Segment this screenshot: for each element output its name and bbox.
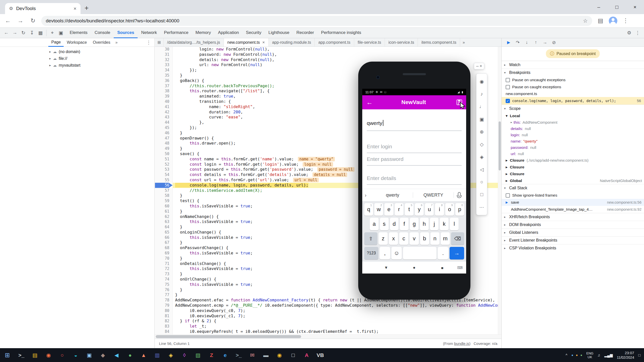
line-number[interactable]: 48 [155, 141, 173, 146]
step-out-button[interactable]: ↑ [531, 40, 540, 45]
key-v[interactable]: v [410, 232, 419, 245]
file-tab-close-icon[interactable]: × [262, 40, 265, 45]
window-maximize-button[interactable]: □ [608, 0, 626, 14]
key-u[interactable]: 7u [425, 203, 434, 216]
section-csp-violation-breakpoints[interactable]: ▸CSP Violation Breakpoints [502, 244, 644, 252]
side-panel-icon[interactable]: ▤ [596, 17, 605, 24]
call-stack-frame-addnewcomponent-template-image-tap-4-listener[interactable]: AddNewComponent_Template_Image_tap_4_lis… [502, 206, 644, 213]
camera-icon[interactable]: ▣ [476, 113, 487, 125]
editor-horizontal-scrollbar[interactable] [155, 334, 501, 339]
file-tab-data-data-org-ts-helpers-js[interactable]: /data/data/org..../ts_helpers.js [164, 38, 224, 47]
line-number[interactable]: 42 [155, 110, 173, 115]
code-text[interactable]: AddNewComponent.ecmp = /*@__PURE__*/ i0.… [173, 303, 501, 308]
taskbar-icon-terminal[interactable]: >_ [15, 348, 28, 362]
rotate-left-icon[interactable]: ◇ [476, 138, 487, 151]
code-text[interactable]: i0.eeviewQuery(_c1, 7); [173, 313, 501, 319]
navigator-menu-kebab-icon[interactable]: ⋮ [146, 40, 151, 45]
key-w[interactable]: 2w [374, 203, 383, 216]
line-number[interactable]: 31 [155, 52, 173, 57]
line-number[interactable]: 41 [155, 104, 173, 110]
code-text[interactable]: i0.eeviewQuery(_c0, 7); [173, 308, 501, 313]
scope-group-closure[interactable]: ▸Closure [502, 164, 644, 170]
taskbar-icon-telegram[interactable]: ◀ [110, 348, 123, 362]
section-call-stack[interactable]: ▾Call Stack [502, 184, 644, 192]
taskbar-icon-vlc[interactable]: ▲ [137, 348, 150, 362]
navigator-tab-page[interactable]: Page [48, 38, 64, 47]
taskbar-icon-gmail[interactable]: ✉ [246, 348, 259, 362]
taskbar-icon-powershell[interactable]: >_ [232, 348, 246, 362]
line-number[interactable]: 63 [155, 219, 173, 224]
tree-arrow-icon[interactable]: ▸ [49, 50, 51, 54]
line-number[interactable]: 83 [155, 324, 173, 329]
line-number[interactable]: 44 [155, 120, 173, 125]
history-back-icon[interactable]: ← [2, 30, 11, 36]
step-into-button[interactable]: ↓ [522, 40, 531, 45]
browser-forward-icon[interactable]: → [16, 17, 25, 24]
url-text[interactable]: devtools://devtools/bundled/inspector.ht… [46, 18, 580, 24]
checkbox[interactable] [506, 78, 510, 82]
phone-emulator-window[interactable]: 11:07 ⚙ ✉ □ ◢ ▮ ← NewVault qwerty Enter … [358, 62, 470, 300]
line-number[interactable]: 67 [155, 240, 173, 245]
section-xhr-fetch-breakpoints[interactable]: ▸XHR/fetch Breakpoints [502, 213, 644, 221]
taskbar-icon-folder[interactable]: ▣ [83, 348, 96, 362]
more-icon[interactable]: ⋯ [476, 201, 487, 213]
pause-on-uncaught-exceptions[interactable]: Pause on uncaught exceptions [502, 76, 644, 83]
nav-recents-icon[interactable]: □ [476, 188, 487, 201]
zoom-icon[interactable]: ⊕ [476, 125, 487, 138]
line-number[interactable]: 73 [155, 272, 173, 277]
line-number[interactable]: 64 [155, 224, 173, 230]
key-b[interactable]: b [420, 232, 429, 245]
key-m[interactable]: m [441, 232, 450, 245]
line-number[interactable]: 49 [155, 146, 173, 151]
key-x[interactable]: x [389, 232, 398, 245]
line-number[interactable]: 60 [155, 204, 173, 209]
line-number[interactable]: 71 [155, 261, 173, 266]
tray-icon-orange[interactable]: ● [576, 353, 578, 357]
more-file-tabs-icon[interactable]: » [460, 38, 467, 47]
section-watch[interactable]: ▸Watch [502, 61, 644, 69]
suggestion-1[interactable]: qwerty [372, 193, 413, 198]
line-number[interactable]: 30 [155, 47, 173, 52]
line-number[interactable]: 37 [155, 83, 173, 89]
taskbar-icon-edge[interactable]: ◒ [69, 348, 83, 362]
file-tab-items-component-ts[interactable]: items.component.ts [418, 38, 460, 47]
tab-console[interactable]: Console [91, 28, 114, 38]
line-number[interactable]: 43 [155, 115, 173, 120]
comma-key[interactable]: , [380, 247, 390, 259]
bundle-link[interactable]: bundle.js [454, 341, 469, 346]
key-r[interactable]: 4r [395, 203, 404, 216]
scope-group-global[interactable]: ▸GlobalNativeScriptGlobalObject [502, 177, 644, 184]
keyboard-dismiss-icon[interactable]: ▼ [384, 265, 388, 270]
tray-chevron-icon[interactable]: ^ [566, 353, 567, 357]
file-tab-new-component-ts[interactable]: new.component.ts× [224, 38, 269, 47]
call-stack-frame-save[interactable]: ▶savenew.component.ts:56 [502, 199, 644, 206]
line-number[interactable]: 58 [155, 193, 173, 198]
file-tab-app-component-ts[interactable]: app.component.ts [315, 38, 354, 47]
taskbar-icon-file-explorer[interactable]: ▤ [28, 348, 42, 362]
taskbar-icon-firefox[interactable]: ◉ [42, 348, 55, 362]
scope-group-closure[interactable]: ▸Closure [502, 170, 644, 177]
login-field[interactable]: Enter login [367, 144, 462, 150]
code-text[interactable]: login: new FormControl(null), [173, 47, 501, 52]
device-toolbar-icon[interactable]: ▣ [57, 30, 65, 36]
step-button[interactable]: → [540, 40, 549, 45]
tab-lighthouse[interactable]: Lighthouse [265, 28, 293, 38]
home-icon[interactable]: ● [413, 265, 415, 270]
key-a[interactable]: a [370, 218, 379, 230]
details-field[interactable]: Enter details [367, 175, 462, 181]
scope-variable-this[interactable]: ▸this:AddNewComponent [502, 119, 644, 125]
tree-arrow-icon[interactable]: ▸ [49, 57, 51, 60]
navigator-more-tabs-icon[interactable]: » [113, 40, 119, 45]
line-number[interactable]: 34 [155, 68, 173, 73]
key-o[interactable]: 9o [445, 203, 454, 216]
taskbar-icon-7zip[interactable]: Z [205, 348, 218, 362]
line-number[interactable]: 40 [155, 99, 173, 104]
line-number[interactable]: 79 [155, 303, 173, 308]
nav-home-icon[interactable]: ○ [476, 176, 487, 188]
scope-group-closure[interactable]: ▸Closure(./src/app/add-new/new.component… [502, 157, 644, 164]
bookmark-star-icon[interactable]: ☆ [583, 18, 588, 24]
line-number[interactable]: 65 [155, 230, 173, 235]
tray-icon-blue[interactable]: ● [571, 353, 573, 357]
key-c[interactable]: c [399, 232, 408, 245]
window-minimize-button[interactable]: – [590, 0, 608, 14]
